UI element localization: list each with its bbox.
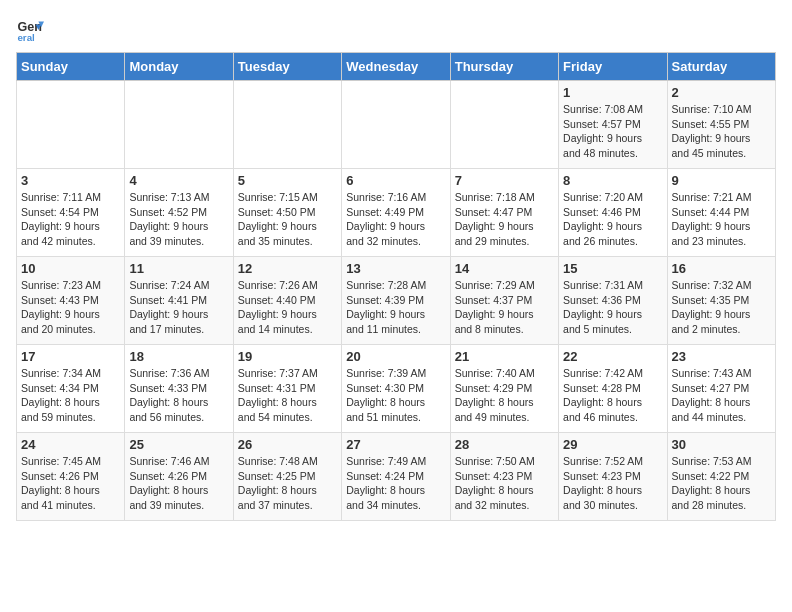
day-info: Sunrise: 7:49 AM Sunset: 4:24 PM Dayligh…: [346, 454, 445, 513]
svg-text:eral: eral: [17, 32, 35, 43]
day-cell: 19Sunrise: 7:37 AM Sunset: 4:31 PM Dayli…: [233, 345, 341, 433]
day-cell: 27Sunrise: 7:49 AM Sunset: 4:24 PM Dayli…: [342, 433, 450, 521]
day-cell: [233, 81, 341, 169]
day-number: 10: [21, 261, 120, 276]
day-number: 27: [346, 437, 445, 452]
day-number: 24: [21, 437, 120, 452]
day-number: 5: [238, 173, 337, 188]
day-cell: 14Sunrise: 7:29 AM Sunset: 4:37 PM Dayli…: [450, 257, 558, 345]
day-cell: 16Sunrise: 7:32 AM Sunset: 4:35 PM Dayli…: [667, 257, 775, 345]
day-number: 16: [672, 261, 771, 276]
week-row-3: 10Sunrise: 7:23 AM Sunset: 4:43 PM Dayli…: [17, 257, 776, 345]
logo-icon: Gen eral: [16, 16, 44, 44]
day-header-wednesday: Wednesday: [342, 53, 450, 81]
day-cell: 12Sunrise: 7:26 AM Sunset: 4:40 PM Dayli…: [233, 257, 341, 345]
day-number: 19: [238, 349, 337, 364]
day-cell: 11Sunrise: 7:24 AM Sunset: 4:41 PM Dayli…: [125, 257, 233, 345]
day-info: Sunrise: 7:42 AM Sunset: 4:28 PM Dayligh…: [563, 366, 662, 425]
day-header-thursday: Thursday: [450, 53, 558, 81]
day-cell: [17, 81, 125, 169]
day-number: 6: [346, 173, 445, 188]
day-info: Sunrise: 7:40 AM Sunset: 4:29 PM Dayligh…: [455, 366, 554, 425]
day-info: Sunrise: 7:23 AM Sunset: 4:43 PM Dayligh…: [21, 278, 120, 337]
day-header-sunday: Sunday: [17, 53, 125, 81]
day-info: Sunrise: 7:11 AM Sunset: 4:54 PM Dayligh…: [21, 190, 120, 249]
day-info: Sunrise: 7:48 AM Sunset: 4:25 PM Dayligh…: [238, 454, 337, 513]
day-number: 30: [672, 437, 771, 452]
day-cell: 10Sunrise: 7:23 AM Sunset: 4:43 PM Dayli…: [17, 257, 125, 345]
day-cell: 25Sunrise: 7:46 AM Sunset: 4:26 PM Dayli…: [125, 433, 233, 521]
day-number: 22: [563, 349, 662, 364]
day-header-tuesday: Tuesday: [233, 53, 341, 81]
calendar-table: SundayMondayTuesdayWednesdayThursdayFrid…: [16, 52, 776, 521]
day-number: 18: [129, 349, 228, 364]
day-number: 21: [455, 349, 554, 364]
day-cell: 2Sunrise: 7:10 AM Sunset: 4:55 PM Daylig…: [667, 81, 775, 169]
day-info: Sunrise: 7:37 AM Sunset: 4:31 PM Dayligh…: [238, 366, 337, 425]
day-cell: 1Sunrise: 7:08 AM Sunset: 4:57 PM Daylig…: [559, 81, 667, 169]
day-cell: 18Sunrise: 7:36 AM Sunset: 4:33 PM Dayli…: [125, 345, 233, 433]
day-cell: 6Sunrise: 7:16 AM Sunset: 4:49 PM Daylig…: [342, 169, 450, 257]
day-cell: 30Sunrise: 7:53 AM Sunset: 4:22 PM Dayli…: [667, 433, 775, 521]
day-cell: 5Sunrise: 7:15 AM Sunset: 4:50 PM Daylig…: [233, 169, 341, 257]
day-number: 17: [21, 349, 120, 364]
day-number: 8: [563, 173, 662, 188]
day-number: 15: [563, 261, 662, 276]
day-info: Sunrise: 7:32 AM Sunset: 4:35 PM Dayligh…: [672, 278, 771, 337]
week-row-2: 3Sunrise: 7:11 AM Sunset: 4:54 PM Daylig…: [17, 169, 776, 257]
day-cell: 8Sunrise: 7:20 AM Sunset: 4:46 PM Daylig…: [559, 169, 667, 257]
day-number: 1: [563, 85, 662, 100]
day-info: Sunrise: 7:46 AM Sunset: 4:26 PM Dayligh…: [129, 454, 228, 513]
day-info: Sunrise: 7:39 AM Sunset: 4:30 PM Dayligh…: [346, 366, 445, 425]
day-number: 3: [21, 173, 120, 188]
day-info: Sunrise: 7:50 AM Sunset: 4:23 PM Dayligh…: [455, 454, 554, 513]
day-cell: 3Sunrise: 7:11 AM Sunset: 4:54 PM Daylig…: [17, 169, 125, 257]
day-cell: 24Sunrise: 7:45 AM Sunset: 4:26 PM Dayli…: [17, 433, 125, 521]
day-number: 28: [455, 437, 554, 452]
day-cell: 9Sunrise: 7:21 AM Sunset: 4:44 PM Daylig…: [667, 169, 775, 257]
week-row-5: 24Sunrise: 7:45 AM Sunset: 4:26 PM Dayli…: [17, 433, 776, 521]
day-info: Sunrise: 7:28 AM Sunset: 4:39 PM Dayligh…: [346, 278, 445, 337]
day-cell: 17Sunrise: 7:34 AM Sunset: 4:34 PM Dayli…: [17, 345, 125, 433]
day-cell: 26Sunrise: 7:48 AM Sunset: 4:25 PM Dayli…: [233, 433, 341, 521]
day-info: Sunrise: 7:24 AM Sunset: 4:41 PM Dayligh…: [129, 278, 228, 337]
day-number: 29: [563, 437, 662, 452]
day-number: 26: [238, 437, 337, 452]
day-info: Sunrise: 7:13 AM Sunset: 4:52 PM Dayligh…: [129, 190, 228, 249]
day-info: Sunrise: 7:29 AM Sunset: 4:37 PM Dayligh…: [455, 278, 554, 337]
day-info: Sunrise: 7:16 AM Sunset: 4:49 PM Dayligh…: [346, 190, 445, 249]
day-cell: 4Sunrise: 7:13 AM Sunset: 4:52 PM Daylig…: [125, 169, 233, 257]
day-info: Sunrise: 7:36 AM Sunset: 4:33 PM Dayligh…: [129, 366, 228, 425]
day-cell: 13Sunrise: 7:28 AM Sunset: 4:39 PM Dayli…: [342, 257, 450, 345]
day-header-monday: Monday: [125, 53, 233, 81]
day-header-friday: Friday: [559, 53, 667, 81]
day-number: 4: [129, 173, 228, 188]
header: Gen eral: [16, 16, 776, 44]
day-number: 25: [129, 437, 228, 452]
day-cell: 28Sunrise: 7:50 AM Sunset: 4:23 PM Dayli…: [450, 433, 558, 521]
day-cell: 23Sunrise: 7:43 AM Sunset: 4:27 PM Dayli…: [667, 345, 775, 433]
day-info: Sunrise: 7:21 AM Sunset: 4:44 PM Dayligh…: [672, 190, 771, 249]
day-number: 9: [672, 173, 771, 188]
week-row-1: 1Sunrise: 7:08 AM Sunset: 4:57 PM Daylig…: [17, 81, 776, 169]
day-cell: 29Sunrise: 7:52 AM Sunset: 4:23 PM Dayli…: [559, 433, 667, 521]
week-row-4: 17Sunrise: 7:34 AM Sunset: 4:34 PM Dayli…: [17, 345, 776, 433]
day-info: Sunrise: 7:31 AM Sunset: 4:36 PM Dayligh…: [563, 278, 662, 337]
day-info: Sunrise: 7:26 AM Sunset: 4:40 PM Dayligh…: [238, 278, 337, 337]
day-number: 2: [672, 85, 771, 100]
day-number: 13: [346, 261, 445, 276]
day-cell: 20Sunrise: 7:39 AM Sunset: 4:30 PM Dayli…: [342, 345, 450, 433]
day-cell: [125, 81, 233, 169]
day-header-saturday: Saturday: [667, 53, 775, 81]
day-cell: 22Sunrise: 7:42 AM Sunset: 4:28 PM Dayli…: [559, 345, 667, 433]
day-cell: 7Sunrise: 7:18 AM Sunset: 4:47 PM Daylig…: [450, 169, 558, 257]
day-cell: 21Sunrise: 7:40 AM Sunset: 4:29 PM Dayli…: [450, 345, 558, 433]
day-info: Sunrise: 7:52 AM Sunset: 4:23 PM Dayligh…: [563, 454, 662, 513]
day-number: 20: [346, 349, 445, 364]
logo: Gen eral: [16, 16, 48, 44]
day-info: Sunrise: 7:45 AM Sunset: 4:26 PM Dayligh…: [21, 454, 120, 513]
day-number: 12: [238, 261, 337, 276]
day-cell: [342, 81, 450, 169]
day-info: Sunrise: 7:53 AM Sunset: 4:22 PM Dayligh…: [672, 454, 771, 513]
header-row: SundayMondayTuesdayWednesdayThursdayFrid…: [17, 53, 776, 81]
